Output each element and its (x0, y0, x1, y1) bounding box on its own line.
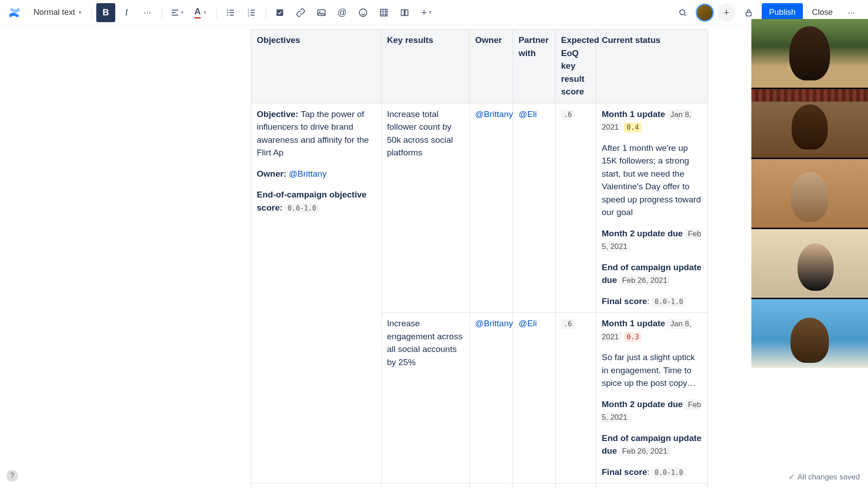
video-call-overlay[interactable] (751, 19, 868, 368)
owner-mention[interactable]: @Brittany (289, 169, 327, 178)
expected-score: .6 (561, 319, 575, 329)
help-button[interactable]: ? (6, 470, 18, 482)
objective-cell[interactable]: Objective: Use campaign (251, 483, 382, 488)
editor-content: Objectives Key results Owner Partner wit… (0, 25, 868, 488)
owner-cell[interactable]: @Brittany (470, 313, 513, 483)
partner-cell[interactable]: @Eli (513, 483, 556, 488)
confluence-logo-icon (7, 5, 22, 20)
video-participant[interactable] (751, 229, 868, 298)
divider (216, 6, 217, 19)
svg-rect-12 (381, 9, 387, 16)
m2-label: Month 2 update due (602, 229, 683, 238)
eoc-date: Feb 26, 2021 (619, 446, 670, 456)
text-color-dropdown[interactable]: A▼ (190, 3, 212, 22)
emoji-button[interactable] (354, 3, 373, 22)
layouts-button[interactable] (395, 3, 414, 22)
score-cell[interactable]: .6 (556, 483, 596, 488)
svg-point-10 (361, 11, 362, 12)
table-header-row: Objectives Key results Owner Partner wit… (251, 29, 708, 103)
search-button[interactable] (673, 3, 692, 22)
chevron-down-icon: ▼ (78, 10, 82, 15)
table-row: Objective: Use campaign Achieve average … (251, 483, 708, 488)
video-participant[interactable] (751, 299, 868, 368)
partner-mention[interactable]: @Eli (519, 319, 537, 328)
svg-point-15 (680, 9, 685, 14)
status-cell[interactable]: Month 1 update Jan 8, (596, 483, 708, 488)
col-owner: Owner (470, 29, 513, 103)
svg-text:3: 3 (248, 14, 250, 17)
bullet-list-button[interactable] (221, 3, 240, 22)
user-avatar[interactable] (696, 4, 714, 22)
score-badge: 0.0-1.0 (285, 203, 319, 213)
invite-button[interactable]: + (717, 4, 736, 22)
bold-button[interactable]: B (96, 3, 115, 22)
video-participant[interactable] (751, 89, 868, 158)
svg-rect-6 (277, 9, 283, 16)
kr-cell[interactable]: Achieve average (382, 483, 470, 488)
col-current-status: Current status (596, 29, 708, 103)
italic-button[interactable]: I (117, 3, 136, 22)
svg-point-9 (359, 9, 367, 16)
status-cell[interactable]: Month 1 update Jan 8, 2021 0.3 So far ju… (596, 313, 708, 483)
link-button[interactable] (291, 3, 310, 22)
insert-more-dropdown[interactable]: +▼ (416, 3, 438, 22)
okr-table-wrap: Objectives Key results Owner Partner wit… (251, 29, 708, 488)
divider (161, 6, 162, 19)
numbered-list-button[interactable]: 123 (242, 3, 261, 22)
final-badge: 0.0-1.0 (652, 297, 686, 307)
m1-body: So far just a slight uptick in engagemen… (602, 351, 702, 390)
col-partner: Partner with (513, 29, 556, 103)
text-style-label: Normal text (33, 8, 75, 17)
m1-badge: 0.4 (624, 122, 642, 132)
col-key-results: Key results (382, 29, 470, 103)
owner-mention[interactable]: @Brittany (475, 319, 513, 328)
final-badge: 0.0-1.0 (652, 468, 686, 478)
table-button[interactable] (374, 3, 393, 22)
video-participant[interactable] (751, 19, 868, 88)
kr-text: Increase engagement across all social ac… (387, 319, 462, 367)
owner-cell[interactable]: @Brittany (470, 103, 513, 313)
divider (91, 6, 92, 19)
kr-text: Increase total follower count by 50k acr… (387, 109, 453, 158)
owner-mention[interactable]: @Brittany (475, 109, 513, 119)
objective-cell[interactable]: Objective: Tap the power of influencers … (251, 103, 382, 483)
m1-label: Month 1 update (602, 319, 665, 328)
video-participant[interactable] (751, 159, 868, 228)
svg-point-0 (227, 9, 228, 11)
image-button[interactable] (312, 3, 331, 22)
m1-label: Month 1 update (602, 109, 665, 119)
status-cell[interactable]: Month 1 update Jan 8, 2021 0.4 After 1 m… (596, 103, 708, 313)
divider (265, 6, 266, 19)
final-label: Final score (602, 467, 647, 477)
partner-mention[interactable]: @Eli (519, 109, 537, 119)
svg-point-2 (227, 14, 228, 16)
final-label: Final score (602, 296, 647, 306)
toolbar-left: Normal text ▼ B I ··· ▼ A▼ 123 @ +▼ (7, 3, 438, 22)
action-item-button[interactable] (270, 3, 289, 22)
check-icon: ✓ (788, 472, 795, 482)
partner-cell[interactable]: @Eli (513, 103, 556, 313)
svg-rect-14 (405, 9, 408, 15)
svg-point-11 (364, 11, 365, 12)
kr-cell[interactable]: Increase total follower count by 50k acr… (382, 103, 470, 313)
expected-score: .6 (561, 110, 575, 120)
eoc-date: Feb 26, 2021 (619, 275, 670, 286)
score-cell[interactable]: .6 (556, 103, 596, 313)
mention-button[interactable]: @ (333, 3, 352, 22)
table-row: Objective: Tap the power of influencers … (251, 103, 708, 313)
svg-point-1 (227, 12, 228, 13)
col-objectives: Objectives (251, 29, 382, 103)
okr-table[interactable]: Objectives Key results Owner Partner wit… (251, 29, 708, 488)
more-formatting-button[interactable]: ··· (138, 3, 157, 22)
svg-rect-13 (401, 9, 404, 15)
text-style-dropdown[interactable]: Normal text ▼ (29, 5, 87, 20)
editor-toolbar: Normal text ▼ B I ··· ▼ A▼ 123 @ +▼ + Pu… (0, 0, 868, 25)
score-cell[interactable]: .6 (556, 313, 596, 483)
owner-cell[interactable]: @Ebony (470, 483, 513, 488)
align-dropdown[interactable]: ▼ (166, 3, 188, 22)
kr-cell[interactable]: Increase engagement across all social ac… (382, 313, 470, 483)
m2-label: Month 2 update due (602, 399, 683, 409)
col-expected-score: Expected EoQ key result score (556, 29, 596, 103)
svg-rect-16 (746, 12, 751, 16)
partner-cell[interactable]: @Eli (513, 313, 556, 483)
